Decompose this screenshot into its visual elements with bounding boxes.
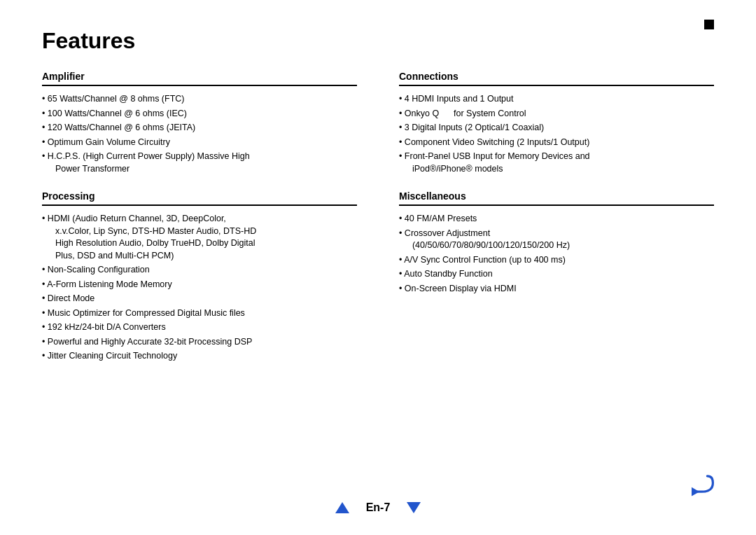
connections-list: 4 HDMI Inputs and 1 Output Onkyo Q for S… (399, 93, 714, 175)
next-page-button[interactable] (407, 502, 421, 513)
list-item: Optimum Gain Volume Circuitry (42, 137, 357, 149)
list-item: Direct Mode (42, 293, 357, 305)
list-item: 3 Digital Inputs (2 Optical/1 Coaxial) (399, 122, 714, 134)
left-column: Amplifier 65 Watts/Channel @ 8 ohms (FTC… (42, 71, 357, 378)
miscellaneous-list: 40 FM/AM Presets Crossover Adjustment (4… (399, 213, 714, 295)
connections-section: Connections 4 HDMI Inputs and 1 Output O… (399, 71, 714, 175)
miscellaneous-section: Miscellaneous 40 FM/AM Presets Crossover… (399, 190, 714, 295)
page-footer: En-7 (0, 501, 756, 514)
amplifier-section: Amplifier 65 Watts/Channel @ 8 ohms (FTC… (42, 71, 357, 175)
corner-decoration (704, 20, 714, 29)
list-item: HDMI (Audio Return Channel, 3D, DeepColo… (42, 213, 357, 262)
list-item: 40 FM/AM Presets (399, 213, 714, 225)
list-item: Jitter Cleaning Circuit Technology (42, 350, 357, 363)
miscellaneous-title: Miscellaneous (399, 190, 714, 206)
list-item: 4 HDMI Inputs and 1 Output (399, 93, 714, 106)
list-item: Music Optimizer for Compressed Digital M… (42, 307, 357, 320)
processing-section: Processing HDMI (Audio Return Channel, 3… (42, 190, 357, 363)
list-item: On-Screen Display via HDMI (399, 283, 714, 296)
back-icon (686, 471, 714, 496)
list-item: 100 Watts/Channel @ 6 ohms (IEC) (42, 108, 357, 120)
prev-page-button[interactable] (335, 502, 349, 513)
list-item: Component Video Switching (2 Inputs/1 Ou… (399, 137, 714, 149)
svg-marker-0 (692, 487, 699, 496)
list-item: Front-Panel USB Input for Memory Devices… (399, 151, 714, 175)
amplifier-list: 65 Watts/Channel @ 8 ohms (FTC) 100 Watt… (42, 93, 357, 175)
list-item: A-Form Listening Mode Memory (42, 279, 357, 291)
list-item: 192 kHz/24-bit D/A Converters (42, 321, 357, 334)
list-item: A/V Sync Control Function (up to 400 ms) (399, 254, 714, 267)
list-item: Onkyo Q for System Control (399, 108, 714, 120)
footer-nav: En-7 (335, 501, 421, 514)
list-item: Crossover Adjustment (40/50/60/70/80/90/… (399, 228, 714, 252)
list-item: 65 Watts/Channel @ 8 ohms (FTC) (42, 93, 357, 106)
amplifier-title: Amplifier (42, 71, 357, 86)
right-column: Connections 4 HDMI Inputs and 1 Output O… (399, 71, 714, 378)
list-item: H.C.P.S. (High Current Power Supply) Mas… (42, 151, 357, 175)
processing-title: Processing (42, 190, 357, 206)
page-content: Features Amplifier 65 Watts/Channel @ 8 … (0, 0, 756, 420)
page-title: Features (42, 28, 714, 54)
page-label: En-7 (360, 501, 396, 514)
connections-title: Connections (399, 71, 714, 86)
two-column-layout: Amplifier 65 Watts/Channel @ 8 ohms (FTC… (42, 71, 714, 378)
processing-list: HDMI (Audio Return Channel, 3D, DeepColo… (42, 213, 357, 363)
back-button[interactable] (686, 471, 714, 499)
list-item: Auto Standby Function (399, 268, 714, 281)
list-item: 120 Watts/Channel @ 6 ohms (JEITA) (42, 122, 357, 134)
list-item: Powerful and Highly Accurate 32-bit Proc… (42, 336, 357, 349)
list-item: Non-Scaling Configuration (42, 264, 357, 277)
